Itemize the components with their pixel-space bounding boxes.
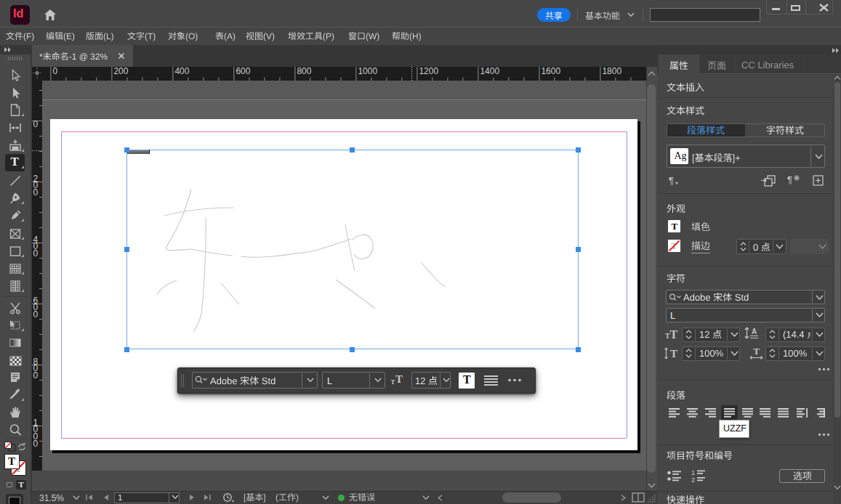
svg-text:A: A <box>752 328 757 336</box>
svg-text:T: T <box>670 348 677 359</box>
svg-text:1: 1 <box>691 469 695 476</box>
svg-text:2: 2 <box>691 476 695 483</box>
svg-text:T: T <box>753 346 760 357</box>
